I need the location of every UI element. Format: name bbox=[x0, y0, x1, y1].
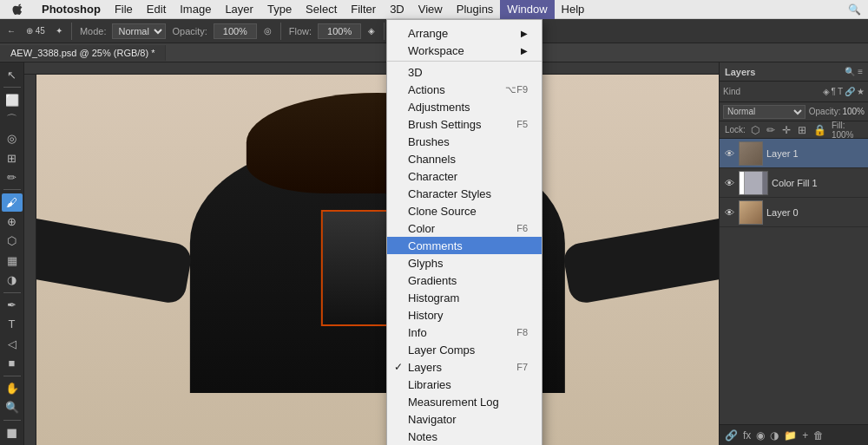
menu-item-clone-source[interactable]: Clone Source bbox=[387, 202, 542, 219]
layer-visibility-eye[interactable]: 👁 bbox=[723, 147, 735, 160]
add-mask-btn[interactable]: ◉ bbox=[754, 428, 766, 443]
brush-picker[interactable]: ✦ bbox=[52, 24, 66, 37]
eyedropper-tool[interactable]: ✏ bbox=[2, 168, 23, 186]
menu-item-histogram[interactable]: Histogram bbox=[387, 289, 542, 306]
document-tab[interactable]: AEW_3388.psd @ 25% (RGB/8) * bbox=[0, 45, 166, 61]
delete-layer-btn[interactable]: 🗑 bbox=[812, 428, 825, 443]
dodge-tool[interactable]: ◑ bbox=[2, 271, 23, 288]
gradient-tool[interactable]: ▦ bbox=[2, 252, 23, 269]
lasso-tool[interactable]: ⌒ bbox=[2, 110, 23, 128]
lock-position-btn[interactable]: ✛ bbox=[780, 122, 792, 138]
shortcut-label: F8 bbox=[516, 327, 528, 337]
text-tool[interactable]: T bbox=[2, 316, 23, 333]
menu-item-character-styles[interactable]: Character Styles bbox=[387, 185, 542, 202]
hand-tool[interactable]: ✋ bbox=[2, 379, 23, 396]
link-layers-btn[interactable]: 🔗 bbox=[723, 428, 740, 443]
menu-section-panels: 3D Actions ⌥F9 Adjustments Brush Setting… bbox=[387, 62, 542, 445]
lock-artboard-btn[interactable]: ⊞ bbox=[796, 122, 808, 138]
new-layer-btn[interactable]: + bbox=[800, 428, 810, 443]
menu-file[interactable]: File bbox=[108, 0, 140, 19]
menu-filter[interactable]: Filter bbox=[344, 0, 383, 19]
flow-input[interactable] bbox=[318, 23, 361, 39]
tool-options[interactable]: ⊕ 45 bbox=[23, 24, 49, 37]
menu-item-actions[interactable]: Actions ⌥F9 bbox=[387, 81, 542, 98]
lock-pixels-btn[interactable]: ✏ bbox=[765, 122, 777, 138]
panel-menu-icon[interactable]: ≡ bbox=[858, 67, 863, 76]
canvas-area bbox=[24, 62, 719, 445]
menu-item-adjustments[interactable]: Adjustments bbox=[387, 98, 542, 115]
canvas-image[interactable] bbox=[36, 75, 719, 445]
menu-item-brush-settings[interactable]: Brush Settings F5 bbox=[387, 115, 542, 133]
menu-item-color[interactable]: Color F6 bbox=[387, 219, 542, 237]
menu-help[interactable]: Help bbox=[555, 0, 592, 19]
menu-item-brushes[interactable]: Brushes bbox=[387, 133, 542, 150]
menu-select[interactable]: Select bbox=[299, 0, 344, 19]
menu-image[interactable]: Image bbox=[173, 0, 218, 19]
menu-item-arrange[interactable]: Arrange ▶ bbox=[387, 24, 542, 42]
menu-window[interactable]: Window bbox=[500, 0, 554, 19]
shape-tool[interactable]: ■ bbox=[2, 354, 23, 371]
object-select-tool[interactable]: ◎ bbox=[2, 130, 23, 147]
new-group-btn[interactable]: 📁 bbox=[782, 428, 799, 443]
menu-section-arrange: Arrange ▶ Workspace ▶ bbox=[387, 23, 542, 62]
layer-visibility-eye[interactable]: 👁 bbox=[723, 206, 735, 219]
menu-item-channels[interactable]: Channels bbox=[387, 150, 542, 167]
layer-name: Color Fill 1 bbox=[772, 178, 818, 188]
brush-tool[interactable]: 🖌 bbox=[2, 193, 23, 211]
menu-item-history[interactable]: History bbox=[387, 306, 542, 324]
shortcut-label: ⌥F9 bbox=[505, 84, 528, 95]
menu-layer[interactable]: Layer bbox=[218, 0, 260, 19]
menu-plugins[interactable]: Plugins bbox=[450, 0, 501, 19]
move-tool[interactable]: ↖ bbox=[2, 66, 23, 83]
menu-item-gradients[interactable]: Gradients bbox=[387, 272, 542, 289]
new-adjustment-btn[interactable]: ◑ bbox=[768, 428, 780, 443]
menu-item-3d[interactable]: 3D bbox=[387, 63, 542, 81]
layer-item[interactable]: 👁 Layer 1 bbox=[720, 139, 868, 168]
lock-transparent-btn[interactable]: ⬡ bbox=[749, 122, 761, 138]
zoom-tool[interactable]: 🔍 bbox=[2, 399, 23, 416]
menu-item-comments[interactable]: Comments bbox=[387, 237, 542, 254]
layers-lock-bar: Lock: ⬡ ✏ ✛ ⊞ 🔒 Fill: 100% bbox=[720, 121, 868, 139]
menu-item-libraries[interactable]: Libraries bbox=[387, 376, 542, 393]
menu-item-layers[interactable]: ✓ Layers F7 bbox=[387, 358, 542, 376]
pressure-btn[interactable]: ◎ bbox=[260, 24, 275, 37]
menu-3d[interactable]: 3D bbox=[383, 0, 411, 19]
menu-item-navigator[interactable]: Navigator bbox=[387, 410, 542, 428]
layer-item[interactable]: 👁 Layer 0 bbox=[720, 198, 868, 227]
clone-tool[interactable]: ⊕ bbox=[2, 213, 23, 231]
layer-item[interactable]: 👁 Color Fill 1 bbox=[720, 168, 868, 198]
menu-item-measurement-log[interactable]: Measurement Log bbox=[387, 393, 542, 410]
marquee-tool[interactable]: ⬜ bbox=[2, 91, 23, 108]
menu-item-glyphs[interactable]: Glyphs bbox=[387, 254, 542, 272]
layer-visibility-eye[interactable]: 👁 bbox=[723, 177, 735, 189]
menu-edit[interactable]: Edit bbox=[140, 0, 173, 19]
lock-all-btn[interactable]: 🔒 bbox=[812, 122, 828, 138]
menu-item-layer-comps[interactable]: Layer Comps bbox=[387, 341, 542, 358]
blend-mode-select[interactable]: Normal bbox=[723, 105, 806, 119]
menu-type[interactable]: Type bbox=[260, 0, 299, 19]
eraser-tool[interactable]: ⬡ bbox=[2, 232, 23, 250]
apple-menu[interactable] bbox=[0, 3, 35, 16]
mode-select[interactable]: Normal bbox=[112, 23, 166, 39]
flow-label: Flow: bbox=[286, 26, 314, 36]
foreground-color[interactable]: ◼ bbox=[2, 424, 23, 442]
opacity-input[interactable] bbox=[214, 23, 257, 39]
menu-item-workspace[interactable]: Workspace ▶ bbox=[387, 42, 542, 59]
add-style-btn[interactable]: fx bbox=[741, 428, 753, 443]
airbrush-btn[interactable]: ◈ bbox=[365, 24, 378, 37]
menu-item-info[interactable]: Info F8 bbox=[387, 324, 542, 341]
fill-label: Fill: bbox=[832, 121, 845, 130]
layers-panel: Layers 🔍 ≡ Kind ◈ ¶ T 🔗 ★ Normal Opacity… bbox=[719, 62, 868, 445]
crop-tool[interactable]: ⊞ bbox=[2, 149, 23, 167]
menu-item-notes[interactable]: Notes bbox=[387, 428, 542, 445]
menu-bar: Photoshop File Edit Image Layer Type Sel… bbox=[0, 0, 868, 19]
menu-item-character[interactable]: Character bbox=[387, 167, 542, 185]
panel-search-icon[interactable]: 🔍 bbox=[845, 67, 855, 76]
menu-view[interactable]: View bbox=[411, 0, 450, 19]
app-name[interactable]: Photoshop bbox=[35, 3, 108, 16]
back-btn[interactable]: ← bbox=[3, 24, 19, 37]
path-selection-tool[interactable]: ◁ bbox=[2, 335, 23, 352]
canvas-content[interactable] bbox=[36, 75, 719, 445]
window-menu-dropdown: Arrange ▶ Workspace ▶ 3D Actions ⌥F9 Adj… bbox=[386, 19, 542, 445]
pen-tool[interactable]: ✒ bbox=[2, 296, 23, 313]
